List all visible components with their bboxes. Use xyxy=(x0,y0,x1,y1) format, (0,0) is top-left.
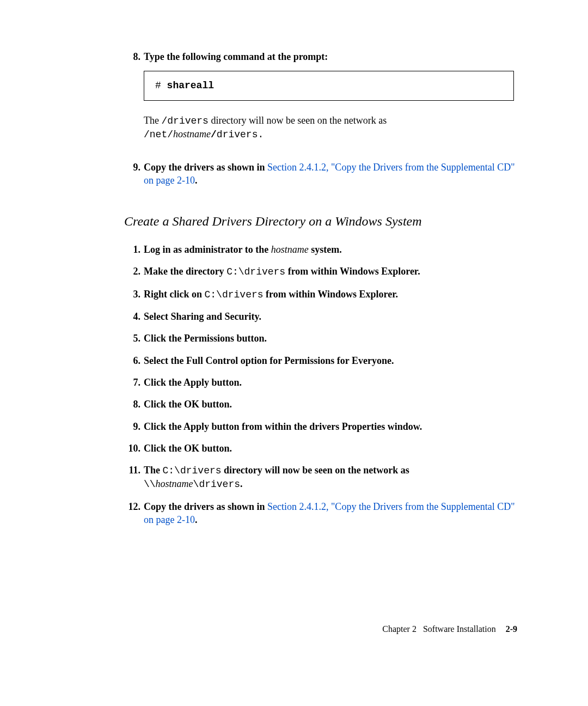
win-step-1: 1. Log in as administrator to the hostna… xyxy=(124,243,517,256)
text: Copy the drivers as shown in xyxy=(144,501,267,512)
step-body: Copy the drivers as shown in Section 2.4… xyxy=(144,161,517,187)
path: / xyxy=(211,129,217,140)
text: directory will now be seen on the networ… xyxy=(209,115,387,126)
step-number: 8. xyxy=(124,398,144,411)
path: drivers. xyxy=(217,129,264,140)
win-step-11: 11. The C:\drivers directory will now be… xyxy=(124,464,517,491)
text: Make the directory xyxy=(144,266,226,277)
step-number: 3. xyxy=(124,288,144,301)
page: 8. Type the following command at the pro… xyxy=(0,0,588,706)
step-body: The C:\drivers directory will now be see… xyxy=(144,464,517,491)
text: . xyxy=(240,478,243,489)
step-body: Type the following command at the prompt… xyxy=(144,50,517,153)
step-body: Click the Apply button. xyxy=(144,376,517,389)
text: . xyxy=(195,175,198,186)
text: system. xyxy=(309,244,342,255)
step-number: 1. xyxy=(124,243,144,256)
hostname: hostname xyxy=(173,129,211,139)
step-number: 6. xyxy=(124,354,144,367)
footer-title: Software Installation xyxy=(423,624,496,634)
step-number: 2. xyxy=(124,265,144,278)
step-body: Click the OK button. xyxy=(144,398,517,411)
text: from within Windows Explorer. xyxy=(264,289,399,300)
win-step-8: 8. Click the OK button. xyxy=(124,398,517,411)
text: . xyxy=(195,514,198,525)
step-number: 4. xyxy=(124,310,144,323)
step-number: 9. xyxy=(124,420,144,433)
text: Log in as administrator to the xyxy=(144,244,271,255)
step-body: Select the Full Control option for Permi… xyxy=(144,354,517,367)
path: /net/ xyxy=(144,129,173,140)
win-step-2: 2. Make the directory C:\drivers from wi… xyxy=(124,265,517,278)
text: from within Windows Explorer. xyxy=(285,266,420,277)
step-body: Click the Permissions button. xyxy=(144,332,517,345)
footer-page: 2-9 xyxy=(506,624,517,634)
code-command: shareall xyxy=(167,80,214,91)
win-step-7: 7. Click the Apply button. xyxy=(124,376,517,389)
path: C:\drivers xyxy=(205,289,264,300)
step-number: 8. xyxy=(124,50,144,153)
step-number: 7. xyxy=(124,376,144,389)
step-9: 9. Copy the drivers as shown in Section … xyxy=(124,161,517,187)
step-text: Type the following command at the prompt… xyxy=(144,50,517,63)
path: /drivers xyxy=(161,115,208,126)
step-body: Right click on C:\drivers from within Wi… xyxy=(144,288,517,301)
text: The xyxy=(144,465,163,476)
win-step-9: 9. Click the Apply button from within th… xyxy=(124,420,517,433)
step-number: 10. xyxy=(124,442,144,455)
path: \drivers xyxy=(193,479,240,490)
section-heading: Create a Shared Drivers Directory on a W… xyxy=(124,212,517,230)
text: The xyxy=(144,115,161,126)
step-number: 12. xyxy=(124,500,144,527)
page-footer: Chapter 2 Software Installation2-9 xyxy=(382,623,517,635)
step-body: Select Sharing and Security. xyxy=(144,310,517,323)
step-body: Make the directory C:\drivers from withi… xyxy=(144,265,517,278)
step-8: 8. Type the following command at the pro… xyxy=(124,50,517,153)
text: Copy the drivers as shown in xyxy=(144,162,267,173)
hostname: hostname xyxy=(156,478,193,489)
text: directory will now be seen on the networ… xyxy=(222,465,409,476)
win-step-5: 5. Click the Permissions button. xyxy=(124,332,517,345)
text: Right click on xyxy=(144,289,205,300)
path: \\ xyxy=(144,479,156,490)
win-step-6: 6. Select the Full Control option for Pe… xyxy=(124,354,517,367)
code-block: # shareall xyxy=(144,71,514,100)
step-body: Click the OK button. xyxy=(144,442,517,455)
step-body: Click the Apply button from within the d… xyxy=(144,420,517,433)
step-body: Log in as administrator to the hostname … xyxy=(144,243,517,256)
step-number: 5. xyxy=(124,332,144,345)
win-step-3: 3. Right click on C:\drivers from within… xyxy=(124,288,517,301)
footer-chapter: Chapter 2 xyxy=(382,624,416,634)
win-step-10: 10. Click the OK button. xyxy=(124,442,517,455)
path: C:\drivers xyxy=(226,266,285,277)
hostname: hostname xyxy=(271,244,309,255)
win-step-12: 12. Copy the drivers as shown in Section… xyxy=(124,500,517,527)
code-prompt: # xyxy=(155,80,167,91)
step-result: The /drivers directory will now be seen … xyxy=(144,114,517,142)
step-number: 9. xyxy=(124,161,144,187)
path: C:\drivers xyxy=(163,465,222,476)
win-step-4: 4. Select Sharing and Security. xyxy=(124,310,517,323)
step-body: Copy the drivers as shown in Section 2.4… xyxy=(144,500,517,527)
step-number: 11. xyxy=(124,464,144,491)
